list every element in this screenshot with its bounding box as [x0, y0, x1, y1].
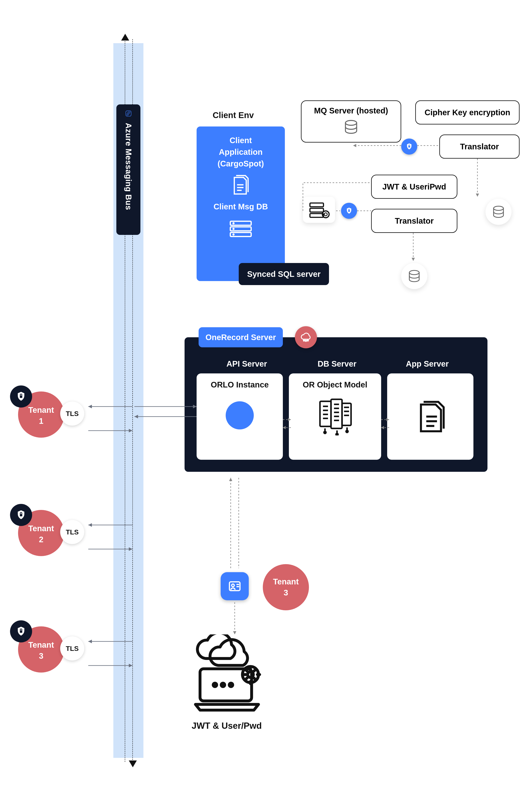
client-app-line3: (CargoSpot) [201, 158, 281, 169]
azure-bus-box: ⎚ Azure Messaging Bus [116, 105, 140, 235]
tenant-2-shield-icon [10, 504, 32, 526]
bottom-tenant-3: Tenant 3 [263, 564, 309, 610]
jwt-bottom-label: JWT & User/Pwd [180, 721, 273, 731]
tenant-3-arrows [64, 639, 136, 670]
svg-marker-36 [88, 523, 92, 527]
client-app-line1: Client [201, 134, 281, 146]
svg-marker-15 [353, 144, 356, 147]
svg-rect-32 [20, 514, 22, 516]
svg-rect-31 [20, 395, 22, 398]
client-app-box: Client Application (CargoSpot) Client Ms… [196, 127, 285, 281]
onerecord-panel: OneRecord Server API Server DB Server Ap… [185, 337, 488, 472]
svg-point-5 [233, 234, 234, 235]
tenant-2-arrows [64, 522, 136, 554]
bus-to-api-arrows [132, 404, 201, 431]
svg-point-48 [221, 683, 225, 687]
svg-marker-16 [476, 193, 479, 197]
svg-point-18 [303, 340, 305, 341]
bus-arrow-down [129, 760, 137, 767]
svg-marker-45 [233, 631, 236, 634]
cloud-badge-icon [295, 326, 317, 348]
document-icon [231, 175, 250, 197]
tenant-3-num: 3 [18, 651, 64, 661]
svg-point-19 [305, 340, 306, 341]
client-env-label: Client Env [213, 110, 254, 120]
bottom-tenant-3-num: 3 [263, 588, 309, 597]
bottom-vertical-arrows [225, 474, 249, 639]
svg-marker-41 [134, 415, 138, 418]
tenant-1-arrows [64, 404, 136, 436]
svg-marker-28 [283, 426, 286, 429]
svg-marker-40 [193, 405, 196, 408]
tenant-3-shield-icon [10, 620, 32, 642]
tenant-1-name: Tenant [18, 406, 64, 414]
tenant-1-num: 1 [18, 417, 64, 426]
document-stack-icon [414, 398, 446, 436]
col-app: App Server [389, 359, 466, 368]
svg-marker-37 [129, 547, 132, 551]
svg-point-20 [307, 340, 308, 341]
db-rack-icon [229, 219, 253, 239]
svg-marker-30 [381, 426, 384, 429]
api-card: ORLO Instance [196, 373, 283, 460]
svg-marker-39 [129, 664, 132, 667]
right-connectors [285, 100, 526, 301]
bus-glyph-icon: ⎚ [126, 108, 131, 118]
orlo-instance-circle [226, 401, 254, 429]
svg-point-4 [233, 228, 234, 229]
svg-point-49 [229, 683, 233, 687]
azure-bus-title: Azure Messaging Bus [124, 123, 133, 210]
col-api: API Server [209, 359, 285, 368]
tenant-2-name: Tenant [18, 524, 64, 533]
api-card-title: ORLO Instance [204, 380, 276, 389]
bus-arrow-up [121, 34, 129, 40]
svg-point-3 [233, 223, 234, 224]
svg-rect-33 [20, 630, 22, 633]
card-connectors [281, 413, 393, 438]
cloud-laptop-icon [180, 634, 277, 715]
tenant-2-num: 2 [18, 535, 64, 544]
client-app-line2: Application [201, 146, 281, 158]
svg-marker-44 [229, 478, 232, 481]
client-msg-db-label: Client Msg DB [201, 201, 281, 213]
svg-marker-38 [88, 640, 92, 643]
svg-marker-27 [288, 418, 291, 421]
svg-point-47 [213, 683, 217, 687]
app-card [387, 373, 473, 460]
db-card-title: OR Object Model [296, 380, 374, 389]
svg-marker-29 [386, 418, 389, 421]
col-db: DB Server [299, 359, 375, 368]
svg-marker-17 [412, 258, 415, 261]
svg-marker-34 [88, 405, 92, 408]
tenant-3-name: Tenant [18, 641, 64, 649]
svg-marker-35 [129, 429, 132, 432]
bottom-tenant-3-name: Tenant [263, 577, 309, 586]
tenant-1-shield-icon [10, 385, 32, 408]
onerecord-tab: OneRecord Server [198, 327, 283, 347]
onerecord-tab-label: OneRecord Server [205, 333, 276, 342]
